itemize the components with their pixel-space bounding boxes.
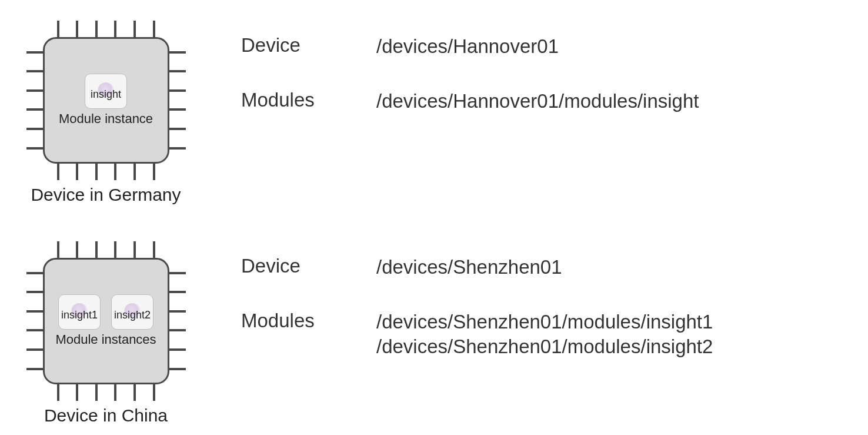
module-tile-insight2: insight2 bbox=[111, 294, 153, 330]
module-paths: /devices/Hannover01/modules/insight bbox=[376, 89, 868, 113]
info-column: Device /devices/Hannover01 Modules /devi… bbox=[212, 12, 868, 114]
chip-column: insight Module instance Device in German… bbox=[0, 12, 212, 205]
chip-body: insight Module instance bbox=[43, 37, 169, 164]
module-name: insight bbox=[91, 88, 121, 101]
info-table: Device /devices/Shenzhen01 Modules /devi… bbox=[241, 255, 868, 358]
chip-body: insight1 insight2 Module instances bbox=[43, 258, 169, 384]
chip-column: insight1 insight2 Module instances Devic… bbox=[0, 233, 212, 426]
module-row: insight1 insight2 bbox=[58, 294, 153, 330]
device-label: Device bbox=[241, 34, 359, 58]
modules-label: Modules bbox=[241, 310, 359, 358]
info-column: Device /devices/Shenzhen01 Modules /devi… bbox=[212, 233, 868, 358]
module-name: insight1 bbox=[61, 309, 98, 321]
module-name: insight2 bbox=[114, 309, 151, 321]
chip-icon: insight1 insight2 Module instances bbox=[18, 233, 194, 409]
module-caption: Module instance bbox=[59, 111, 153, 127]
chip-icon: insight Module instance bbox=[18, 12, 194, 188]
info-table: Device /devices/Hannover01 Modules /devi… bbox=[241, 34, 868, 114]
module-tile-insight: insight bbox=[85, 74, 127, 109]
device-label: Device bbox=[241, 255, 359, 279]
device-path: /devices/Hannover01 bbox=[376, 34, 868, 58]
module-caption: Module instances bbox=[55, 332, 156, 347]
module-tile-insight1: insight1 bbox=[58, 294, 101, 330]
modules-label: Modules bbox=[241, 89, 359, 113]
device-row-china: insight1 insight2 Module instances Devic… bbox=[0, 233, 868, 426]
module-row: insight bbox=[85, 74, 127, 109]
device-row-germany: insight Module instance Device in German… bbox=[0, 12, 868, 205]
module-paths: /devices/Shenzhen01/modules/insight1 /de… bbox=[376, 310, 868, 358]
device-path: /devices/Shenzhen01 bbox=[376, 255, 868, 279]
